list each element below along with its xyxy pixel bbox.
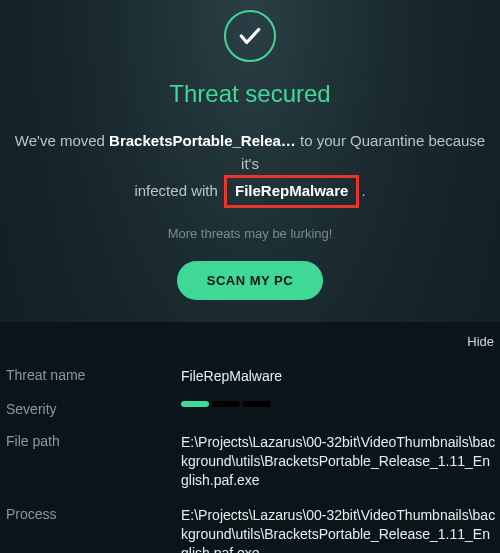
summary-panel: Threat secured We've moved BracketsPorta… — [0, 0, 500, 322]
value-process: E:\Projects\Lazarus\00-32bit\VideoThumbn… — [181, 506, 500, 553]
msg-period: . — [361, 182, 365, 199]
threat-message: We've moved BracketsPortable_Relea… to y… — [10, 130, 490, 208]
severity-bar-2 — [212, 401, 240, 407]
row-process: Process E:\Projects\Lazarus\00-32bit\Vid… — [0, 498, 500, 553]
sub-message: More threats may be lurking! — [10, 226, 490, 241]
severity-bar-1 — [181, 401, 209, 407]
msg-infected: infected with — [134, 182, 217, 199]
value-threat-name: FileRepMalware — [181, 367, 500, 386]
row-threat-name: Threat name FileRepMalware — [0, 359, 500, 394]
label-severity: Severity — [6, 401, 181, 417]
label-process: Process — [6, 506, 181, 522]
value-severity — [181, 401, 500, 407]
severity-indicator — [181, 401, 496, 407]
page-title: Threat secured — [10, 80, 490, 108]
msg-prefix: We've moved — [15, 132, 105, 149]
details-panel: Hide Threat name FileRepMalware Severity… — [0, 322, 500, 554]
row-severity: Severity — [0, 393, 500, 425]
success-check-icon — [224, 10, 276, 62]
label-threat-name: Threat name — [6, 367, 181, 383]
hide-details-link[interactable]: Hide — [0, 334, 500, 359]
quarantined-filename: BracketsPortable_Relea… — [109, 132, 296, 149]
value-file-path: E:\Projects\Lazarus\00-32bit\VideoThumbn… — [181, 433, 500, 490]
label-file-path: File path — [6, 433, 181, 449]
row-file-path: File path E:\Projects\Lazarus\00-32bit\V… — [0, 425, 500, 498]
threat-name-highlight: FileRepMalware — [224, 175, 359, 208]
severity-bar-3 — [243, 401, 271, 407]
scan-my-pc-button[interactable]: SCAN MY PC — [177, 261, 323, 300]
